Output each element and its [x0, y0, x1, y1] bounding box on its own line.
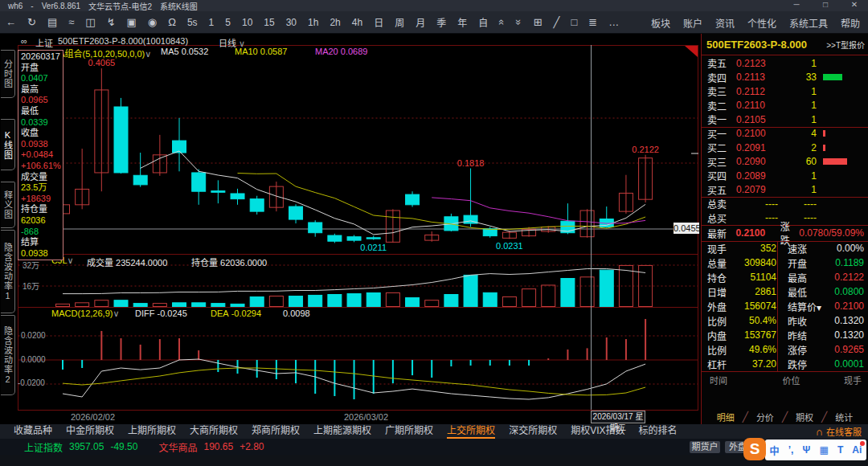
volume-bar	[56, 304, 70, 306]
macd-indicator-label[interactable]: MACD(12,26,9)∨	[51, 309, 119, 319]
info-line: 最低	[21, 106, 63, 117]
volume-bar	[192, 303, 206, 307]
info-line: -868	[21, 227, 63, 238]
macd-dea-legend: DEA -0.0294	[211, 309, 261, 318]
volume-bar	[366, 292, 380, 306]
volume-bar	[464, 275, 477, 306]
ime-ai-icon[interactable]: Ai	[852, 444, 862, 456]
volume-bar	[328, 295, 342, 307]
oi-legend: 持仓量 62036.0000	[191, 255, 267, 268]
macd-tick-pos: 0.0200	[21, 331, 46, 340]
kline-chart-canvas[interactable]	[0, 0, 868, 466]
info-line: +18639	[21, 194, 63, 205]
info-line: 结算	[21, 237, 63, 248]
info-line: 开盘	[21, 63, 63, 74]
x-axis-date-2: 2026/03/02	[344, 412, 388, 422]
exchange-label: 上证	[35, 36, 53, 49]
volume-bar	[114, 300, 128, 307]
info-line: 62036	[21, 215, 63, 227]
price-annotation: 0.2122	[632, 145, 659, 154]
price-annotation: 0.0231	[496, 241, 523, 251]
ime-skin-icon[interactable]: T	[837, 444, 843, 456]
sogou-ime-logo[interactable]: S	[743, 438, 766, 460]
volume-bar	[211, 304, 225, 307]
candle-body[interactable]	[347, 237, 361, 240]
price-annotation: 0.1818	[457, 158, 485, 168]
volume-bar	[309, 295, 322, 306]
info-line: 0.0965	[21, 95, 63, 106]
info-line: 0.0407	[21, 73, 63, 84]
volume-bar	[173, 303, 186, 307]
volume-bar	[406, 298, 420, 307]
info-line: 23.5万	[21, 182, 63, 194]
volume-bar	[133, 304, 147, 307]
ime-punct-icon[interactable]: ’,	[788, 444, 794, 456]
ime-mic-icon[interactable]: Ψ	[803, 444, 811, 456]
macd-tick-zero: 0.0000	[21, 355, 46, 364]
info-line: 0.0339	[21, 117, 63, 129]
price-annotation: 0.0211	[360, 243, 387, 252]
macd-tick-neg: -0.0200	[18, 378, 45, 387]
volume-bar	[522, 289, 536, 307]
candle-body[interactable]	[133, 175, 147, 185]
candle-body[interactable]	[192, 173, 206, 191]
info-line: 持仓量	[21, 204, 63, 215]
price-annotation: 0.4065	[88, 58, 116, 67]
wenhua-trading-app: { "window": { "app": "wh6", "sep": "-", …	[0, 0, 868, 466]
oi-line	[63, 269, 645, 294]
ohlc-info-panel: 20260317开盘0.0407最高0.0965最低0.0339收盘0.0938…	[18, 50, 63, 260]
macd-bar-value: 0.0098	[283, 309, 310, 318]
candle-body[interactable]	[289, 206, 303, 219]
futures-account-button[interactable]: 期货户	[690, 441, 720, 453]
volume-bar	[347, 294, 361, 307]
volume-bar	[502, 296, 516, 306]
volume-bar	[542, 285, 555, 307]
ma20-legend: MA20 0.0689	[315, 47, 367, 56]
volume-bar	[444, 295, 458, 307]
info-line: 最高	[21, 84, 63, 96]
notification-dot	[860, 441, 865, 446]
vol-tick-32: 32万	[23, 259, 39, 271]
volume-bar	[483, 292, 497, 306]
volume-legend: 成交量 235244.0000	[87, 255, 167, 268]
volume-bar	[250, 296, 264, 306]
volume-bar	[425, 300, 439, 307]
vol-tick-16: 16万	[23, 280, 39, 292]
ime-keyboard-icon[interactable]: ▦	[819, 444, 828, 456]
corner-flag	[685, 46, 698, 57]
volume-bar	[600, 270, 613, 306]
volume-bar	[289, 296, 303, 307]
link-icon[interactable]: ∞	[21, 36, 27, 46]
volume-bar	[95, 300, 108, 307]
candle-body[interactable]	[250, 199, 264, 212]
candle-body[interactable]	[231, 194, 244, 199]
candle-body[interactable]	[211, 191, 225, 193]
crosshair-date-box: 2026/03/17 星期二	[591, 411, 645, 423]
volume-bar	[153, 304, 166, 307]
x-axis-date-1: 2026/02/02	[71, 412, 115, 422]
crosshair-price-box: 0.0455	[674, 223, 699, 234]
ma10-line	[238, 174, 646, 230]
info-line: +106.61%	[21, 161, 63, 172]
volume-bar	[76, 303, 89, 307]
contract-symbol[interactable]: 500ETF2603-P-8.000(10010843)	[58, 36, 188, 46]
info-line: +0.0484	[21, 149, 63, 161]
candle-body[interactable]	[406, 194, 420, 205]
info-line: 成交量	[21, 172, 63, 183]
candle-body[interactable]	[114, 107, 128, 173]
candle-body[interactable]	[328, 235, 342, 241]
volume-bar	[269, 296, 283, 307]
candle-body[interactable]	[483, 229, 497, 236]
candle-body[interactable]	[366, 238, 380, 239]
candle-body[interactable]	[309, 223, 322, 233]
chevron-down-icon: ∨	[145, 49, 151, 59]
info-line: 收盘	[21, 128, 63, 139]
info-line: 0.0938	[21, 139, 63, 150]
volume-bar	[561, 279, 575, 307]
volume-bar	[580, 277, 594, 307]
volume-bar	[386, 292, 399, 306]
ma5-legend: MA5 0.0532	[161, 47, 208, 56]
ime-lang-icon[interactable]: 中	[770, 444, 780, 457]
info-line: 0.0938	[21, 248, 63, 260]
ime-toolbar[interactable]: 中’,Ψ▦TAi	[765, 439, 866, 460]
